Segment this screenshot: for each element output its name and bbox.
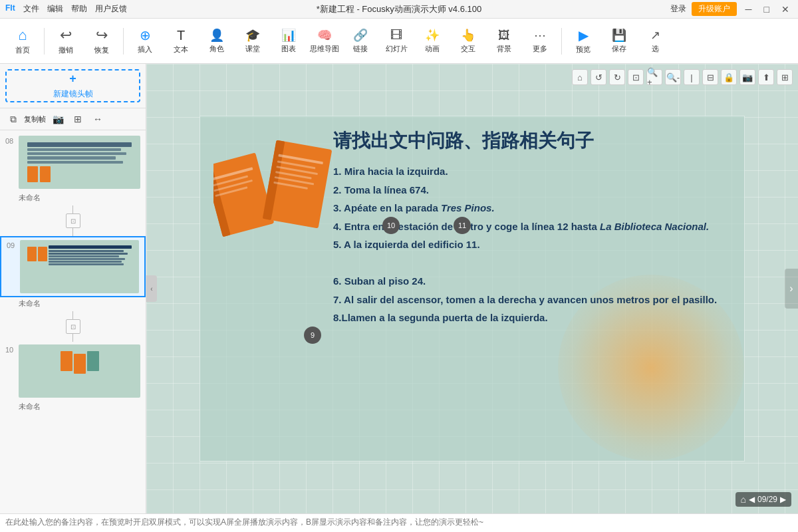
toolbar-link[interactable]: 🔗 链接 [343, 21, 378, 61]
right-book-group [263, 140, 332, 229]
toolbar-preview[interactable]: ▶ 预览 [566, 21, 600, 61]
copy-frame-button[interactable]: ⧉ [5, 111, 21, 127]
toolbar-separator-2 [123, 28, 124, 55]
canvas-area[interactable]: ⌂ ↺ ↻ ⊡ 🔍+ 🔍- | ⊟ 🔒 📷 ⬆ ⊞ [146, 64, 798, 513]
character-icon: 👤 [209, 28, 224, 43]
text-icon: T [177, 28, 185, 43]
collapse-panel-button[interactable]: ‹ [146, 275, 157, 302]
canvas-fit-btn[interactable]: ⊞ [777, 69, 793, 85]
frame-badge-11: 11 [454, 217, 471, 234]
frame-badge-9: 9 [304, 327, 321, 344]
canvas-grid-btn[interactable]: ⊟ [702, 69, 718, 85]
toolbar-separator-3 [561, 28, 562, 55]
notes-input[interactable] [5, 517, 793, 532]
toolbar: ⌂ 首页 ↩ 撤销 ↪ 恢复 ⊕ 插入 T 文本 👤 角色 🎓 课堂 📊 图表 … [0, 19, 798, 64]
main-area: + 新建镜头帧 ⧉ 复制帧 📷 ⊞ ↔ [0, 64, 798, 513]
insert-icon: ⊕ [140, 27, 151, 43]
slide-content[interactable]: 请找出文中问路、指路相关句子 1. Mira hacia la izquirda… [200, 116, 745, 462]
toolbar-insert[interactable]: ⊕ 插入 [128, 21, 162, 61]
nav-next-button[interactable]: ▶ [780, 495, 786, 504]
canvas-photo-btn[interactable]: 📷 [739, 69, 755, 85]
canvas-rotate-right-btn[interactable]: ↻ [609, 69, 625, 85]
canvas-zoom-in-btn[interactable]: 🔍+ [646, 69, 662, 85]
preview-icon: ▶ [579, 27, 589, 43]
canvas-rotate-left-btn[interactable]: ↺ [591, 69, 606, 85]
right-arrow-icon: › [789, 283, 793, 295]
slide-item-8[interactable]: 08 [0, 133, 146, 192]
toolbar-character[interactable]: 👤 角色 [200, 21, 234, 61]
interact-icon: 👆 [461, 28, 475, 43]
new-frame-area: + 新建镜头帧 [0, 64, 146, 108]
canvas-home-btn[interactable]: ⌂ [572, 69, 588, 85]
flip-icon: ↔ [93, 114, 102, 124]
toolbar-mindmap-label: 思维导图 [310, 44, 339, 54]
connector-8-9: ⊡ [0, 205, 146, 236]
notes-area: ⤢ [0, 513, 798, 532]
menu-file[interactable]: 文件 [23, 3, 39, 15]
titlebar: FIt 文件 编辑 帮助 用户反馈 *新建工程 - Focusky动画演示大师 … [0, 0, 798, 19]
login-button[interactable]: 登录 [670, 3, 686, 15]
toolbar-undo[interactable]: ↩ 撤销 [49, 21, 83, 61]
slide-item-9[interactable]: 09 [0, 236, 146, 297]
toolbar-mindmap[interactable]: 🧠 思维导图 [307, 21, 342, 61]
undo-icon: ↩ [60, 27, 72, 44]
grid-button[interactable]: ⊞ [70, 111, 86, 127]
canvas-export-btn[interactable]: ⬆ [758, 69, 774, 85]
menu-edit[interactable]: 编辑 [47, 3, 63, 15]
slide-line-blank [333, 255, 731, 272]
toolbar-animation[interactable]: ✨ 动画 [415, 21, 450, 61]
close-button[interactable]: ✕ [778, 4, 793, 15]
nav-home-button[interactable]: ⌂ [741, 494, 746, 505]
camera-button[interactable]: 📷 [50, 111, 66, 127]
copy-frame-label: 复制帧 [24, 114, 46, 124]
plus-icon: + [69, 72, 76, 86]
canvas-toolbar: ⌂ ↺ ↻ ⊡ 🔍+ 🔍- | ⊟ 🔒 📷 ⬆ ⊞ [572, 69, 793, 85]
left-panel: + 新建镜头帧 ⧉ 复制帧 📷 ⊞ ↔ [0, 64, 146, 513]
menu-feedback[interactable]: 用户反馈 [95, 3, 127, 15]
toolbar-interact[interactable]: 👆 交互 [451, 21, 485, 61]
toolbar-save[interactable]: 💾 保存 [602, 21, 636, 61]
toolbar-home[interactable]: ⌂ 首页 [5, 21, 40, 61]
toolbar-slideshow[interactable]: 🎞 幻灯片 [379, 21, 414, 61]
thumbnail-toolbar: ⧉ 复制帧 📷 ⊞ ↔ [0, 108, 146, 130]
slide-line-5: 5. A la izquierda del edificio 11. [333, 236, 731, 253]
upgrade-button[interactable]: 升级账户 [692, 2, 737, 16]
toolbar-select[interactable]: ↗ 选 [638, 21, 672, 61]
redo-icon: ↪ [96, 27, 108, 44]
connector-icon-2: ⊡ [66, 319, 80, 334]
nav-page-indicator: 09/29 [757, 495, 777, 504]
slide-item-10[interactable]: 10 [0, 342, 146, 400]
link-icon: 🔗 [353, 28, 368, 43]
grid-icon: ⊞ [74, 114, 82, 124]
toolbar-background-label: 背景 [497, 44, 511, 54]
slide-num-8: 08 [5, 136, 19, 145]
toolbar-text-label: 文本 [174, 45, 188, 55]
panel-right-arrow[interactable]: › [785, 269, 798, 309]
slide-text-content: 1. Mira hacia la izquirda. 2. Toma la lí… [333, 163, 731, 328]
new-frame-button[interactable]: + 新建镜头帧 [5, 69, 140, 102]
canvas-zoom-out-btn[interactable]: 🔍- [665, 69, 681, 85]
background-icon: 🖼 [498, 29, 510, 43]
nav-prev-button[interactable]: ◀ [749, 495, 755, 504]
canvas-frame-btn[interactable]: ⊡ [628, 69, 644, 85]
minimize-button[interactable]: ─ [742, 4, 755, 15]
toolbar-chart[interactable]: 📊 图表 [271, 21, 306, 61]
toolbar-background[interactable]: 🖼 背景 [487, 21, 521, 61]
flip-button[interactable]: ↔ [90, 111, 106, 127]
canvas-lock-btn[interactable]: 🔒 [721, 69, 737, 85]
connector-icon-1: ⊡ [66, 213, 80, 228]
slide-thumb-10 [19, 344, 140, 398]
book-illustration [213, 136, 333, 303]
toolbar-more[interactable]: ⋯ 更多 [523, 21, 557, 61]
frame-badge-10: 10 [382, 217, 400, 234]
restore-button[interactable]: □ [761, 4, 773, 15]
toolbar-text[interactable]: T 文本 [164, 21, 198, 61]
book-svg [213, 136, 333, 309]
toolbar-insert-label: 插入 [138, 45, 152, 55]
slide-line-6: 6. Suban al piso 24. [333, 273, 731, 290]
toolbar-classroom[interactable]: 🎓 课堂 [235, 21, 270, 61]
slide-label-10: 未命名 [0, 400, 146, 413]
slide-line-3: 3. Apéate en la parada Tres Pinos. [333, 200, 731, 217]
menu-help[interactable]: 帮助 [71, 3, 87, 15]
toolbar-redo[interactable]: ↪ 恢复 [84, 21, 119, 61]
